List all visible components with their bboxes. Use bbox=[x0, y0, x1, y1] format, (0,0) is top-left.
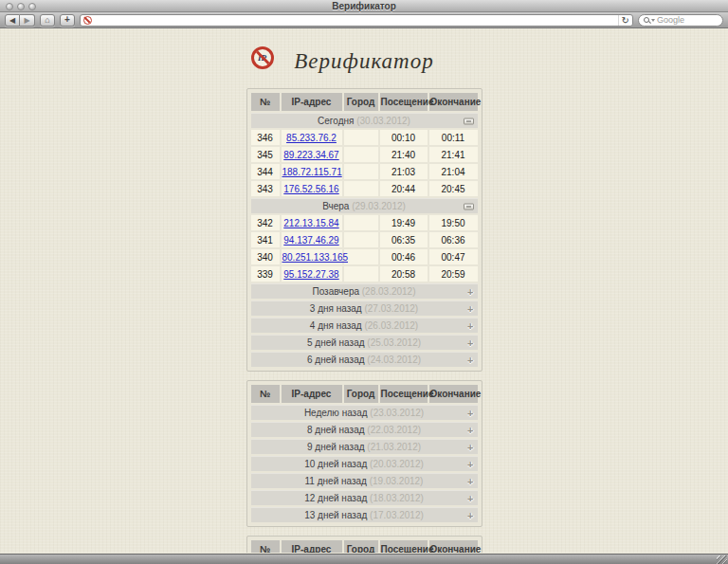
expand-icon[interactable]: + bbox=[467, 494, 473, 502]
new-tab-button[interactable]: + bbox=[60, 14, 75, 27]
table-header-row: №IP-адресГородПосещениеОкончание bbox=[251, 385, 478, 403]
ip-link[interactable]: 89.223.34.67 bbox=[283, 150, 338, 160]
day-group-cell[interactable]: Сегодня (30.03.2012) bbox=[251, 113, 478, 128]
search-field[interactable] bbox=[638, 14, 723, 27]
forward-button[interactable]: ▶ bbox=[20, 14, 35, 27]
ip-link[interactable]: 188.72.115.71 bbox=[282, 167, 342, 177]
visit-row: 34080.251.133.16500:4600:47 bbox=[251, 249, 478, 264]
day-group-row[interactable]: Сегодня (30.03.2012) bbox=[251, 113, 478, 128]
column-header: IP-адрес bbox=[282, 385, 342, 403]
day-group-cell[interactable]: Вчера (29.03.2012) bbox=[251, 198, 478, 213]
expand-icon[interactable]: + bbox=[467, 443, 473, 451]
day-group-cell[interactable]: 11 дней назад (19.03.2012)+ bbox=[251, 473, 478, 488]
tables-area: №IP-адресГородПосещениеОкончаниеСегодня … bbox=[246, 88, 482, 553]
expand-icon[interactable]: + bbox=[467, 321, 473, 330]
resize-grip[interactable] bbox=[717, 555, 727, 564]
column-header: № bbox=[251, 540, 280, 553]
close-window-button[interactable] bbox=[6, 3, 13, 10]
day-group-row[interactable]: Неделю назад (23.03.2012)+ bbox=[251, 405, 478, 420]
day-group-cell[interactable]: 10 дней назад (20.03.2012)+ bbox=[251, 456, 478, 471]
home-button[interactable]: ⌂ bbox=[40, 14, 55, 27]
day-group-row[interactable]: 13 дней назад (17.03.2012)+ bbox=[251, 507, 478, 522]
group-label: 9 дней назад bbox=[307, 442, 365, 452]
visit-time: 06:35 bbox=[380, 232, 428, 247]
group-label: 6 дней назад bbox=[307, 355, 365, 365]
day-group-row[interactable]: 10 дней назад (20.03.2012)+ bbox=[251, 456, 478, 471]
expand-icon[interactable]: + bbox=[467, 287, 473, 296]
group-label: 13 дней назад bbox=[304, 510, 367, 520]
day-group-cell[interactable]: 5 дней назад (25.03.2012)+ bbox=[251, 335, 478, 350]
reload-button[interactable]: ↻ bbox=[618, 15, 629, 26]
url-input[interactable] bbox=[95, 15, 615, 26]
day-group-cell[interactable]: 6 дней назад (24.03.2012)+ bbox=[251, 352, 478, 367]
day-group-cell[interactable]: 9 дней назад (21.03.2012)+ bbox=[251, 439, 478, 454]
collapse-icon[interactable] bbox=[464, 118, 474, 124]
group-date: (21.03.2012) bbox=[365, 442, 422, 452]
forward-icon: ▶ bbox=[24, 16, 29, 25]
day-group-cell[interactable]: Неделю назад (23.03.2012)+ bbox=[251, 405, 478, 420]
column-header: Посещение bbox=[380, 93, 428, 111]
visit-row: 34685.233.76.200:1000:11 bbox=[251, 130, 478, 145]
back-icon: ◀ bbox=[9, 16, 15, 25]
ip-link[interactable]: 176.52.56.16 bbox=[283, 184, 338, 194]
visit-time: 00:10 bbox=[380, 130, 428, 145]
expand-icon[interactable]: + bbox=[467, 338, 473, 347]
day-group-row[interactable]: 3 дня назад (27.03.2012)+ bbox=[251, 300, 478, 316]
favicon-no-ip-icon bbox=[83, 16, 92, 25]
group-label: 4 дня назад bbox=[310, 320, 362, 331]
end-time: 00:11 bbox=[429, 130, 478, 145]
expand-icon[interactable]: + bbox=[467, 426, 473, 434]
ip-link[interactable]: 94.137.46.29 bbox=[283, 235, 338, 246]
day-group-row[interactable]: 12 дней назад (18.03.2012)+ bbox=[251, 490, 478, 505]
zoom-window-button[interactable] bbox=[28, 3, 36, 10]
group-date: (26.03.2012) bbox=[362, 320, 419, 331]
day-group-row[interactable]: 11 дней назад (19.03.2012)+ bbox=[251, 473, 478, 488]
day-group-cell[interactable]: 4 дня назад (26.03.2012)+ bbox=[251, 318, 478, 333]
window-controls bbox=[6, 3, 36, 10]
day-group-cell[interactable]: 12 дней назад (18.03.2012)+ bbox=[251, 490, 478, 505]
group-label: 5 дней назад bbox=[307, 337, 365, 348]
reload-icon: ↻ bbox=[622, 15, 629, 26]
day-group-cell[interactable]: 3 дня назад (27.03.2012)+ bbox=[251, 300, 478, 316]
expand-icon[interactable]: + bbox=[467, 460, 473, 468]
logo-text: IP bbox=[254, 53, 271, 63]
ip-cell: 85.233.76.2 bbox=[282, 130, 342, 145]
group-date: (30.03.2012) bbox=[354, 116, 410, 126]
minimize-window-button[interactable] bbox=[17, 3, 25, 10]
back-button[interactable]: ◀ bbox=[5, 14, 20, 27]
column-header: Посещение bbox=[380, 385, 428, 403]
day-group-cell[interactable]: Позавчера (28.03.2012)+ bbox=[251, 283, 478, 299]
day-group-row[interactable]: 5 дней назад (25.03.2012)+ bbox=[251, 335, 478, 350]
ip-link[interactable]: 212.13.15.84 bbox=[283, 218, 338, 228]
end-time: 21:04 bbox=[429, 164, 478, 179]
end-time: 06:36 bbox=[429, 232, 478, 247]
expand-icon[interactable]: + bbox=[467, 304, 473, 313]
ip-cell: 176.52.56.16 bbox=[282, 181, 342, 196]
day-group-cell[interactable]: 8 дней назад (22.03.2012)+ bbox=[251, 422, 478, 437]
expand-icon[interactable]: + bbox=[467, 477, 473, 485]
day-group-row[interactable]: 8 дней назад (22.03.2012)+ bbox=[251, 422, 478, 437]
no-ip-logo-icon: IP bbox=[251, 46, 274, 69]
ip-link[interactable]: 85.233.76.2 bbox=[286, 133, 337, 143]
search-input[interactable] bbox=[657, 15, 718, 26]
day-group-row[interactable]: Вчера (29.03.2012) bbox=[251, 198, 478, 213]
window-titlebar: Верификатор bbox=[0, 0, 728, 12]
ip-link[interactable]: 80.251.133.165 bbox=[282, 252, 349, 263]
address-bar[interactable]: ↻ bbox=[80, 14, 633, 27]
day-group-cell[interactable]: 13 дней назад (17.03.2012)+ bbox=[251, 507, 478, 522]
expand-icon[interactable]: + bbox=[467, 355, 473, 364]
group-date: (27.03.2012) bbox=[362, 303, 419, 314]
expand-icon[interactable]: + bbox=[467, 409, 473, 417]
column-header: Город bbox=[344, 93, 378, 111]
ip-link[interactable]: 95.152.27.38 bbox=[283, 269, 338, 280]
day-group-row[interactable]: 6 дней назад (24.03.2012)+ bbox=[251, 352, 478, 367]
collapse-icon[interactable] bbox=[464, 203, 474, 209]
day-group-row[interactable]: 9 дней назад (21.03.2012)+ bbox=[251, 439, 478, 454]
visit-time: 19:49 bbox=[380, 215, 428, 230]
day-group-row[interactable]: 4 дня назад (26.03.2012)+ bbox=[251, 318, 478, 333]
group-date: (22.03.2012) bbox=[365, 425, 422, 435]
day-group-row[interactable]: Позавчера (28.03.2012)+ bbox=[251, 283, 478, 299]
group-date: (29.03.2012) bbox=[349, 201, 406, 211]
search-options-caret-icon[interactable] bbox=[651, 19, 655, 22]
expand-icon[interactable]: + bbox=[467, 511, 473, 519]
